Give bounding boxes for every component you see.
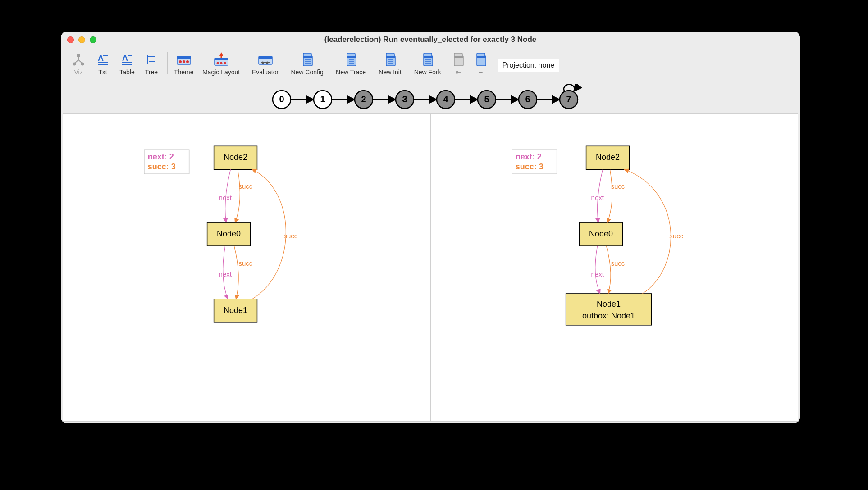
svg-text:succ: succ xyxy=(611,259,625,267)
nav-back-label: ⇤ xyxy=(456,68,461,76)
trace-state-3[interactable]: 3 xyxy=(396,91,414,109)
new-fork-label: New Fork xyxy=(414,68,441,76)
projection-selector[interactable]: Projection: none xyxy=(498,59,560,72)
nav-back-button[interactable]: ⇤ xyxy=(447,50,470,79)
svg-rect-47 xyxy=(424,56,433,58)
svg-text:succ: succ xyxy=(239,259,253,267)
node-node0-label: Node0 xyxy=(217,229,241,238)
projection-label: Projection: none xyxy=(503,61,555,69)
txt-button[interactable]: A Txt xyxy=(91,50,115,79)
svg-point-34 xyxy=(266,62,268,64)
trace-state-0[interactable]: 0 xyxy=(273,91,291,109)
svg-rect-39 xyxy=(347,56,356,58)
panes: next: 2 succ: 3 Node2 Node0 Node1 next s… xyxy=(61,113,800,423)
new-config-label: New Config xyxy=(291,68,323,76)
svg-rect-31 xyxy=(259,56,272,59)
svg-text:next: next xyxy=(591,270,604,278)
node-node1-outbox: outbox: Node1 xyxy=(582,311,635,320)
evaluator-button[interactable]: Evaluator xyxy=(246,50,285,79)
zoom-button[interactable] xyxy=(90,36,96,43)
svg-rect-20 xyxy=(177,56,191,59)
svg-rect-35 xyxy=(303,56,312,58)
svg-rect-43 xyxy=(386,56,395,58)
viz-label: Viz xyxy=(74,68,82,76)
trace-state-5[interactable]: 5 xyxy=(478,91,496,109)
new-trace-icon xyxy=(344,51,358,68)
trace-state-2[interactable]: 2 xyxy=(355,91,373,109)
node-node1-label: Node1 xyxy=(597,299,621,309)
svg-point-27 xyxy=(216,62,219,64)
minimize-button[interactable] xyxy=(78,36,85,43)
toolbar: Viz A Txt A Tabl xyxy=(61,48,800,82)
svg-point-29 xyxy=(224,62,226,64)
close-button[interactable] xyxy=(67,36,74,43)
svg-text:next: next xyxy=(591,194,604,201)
svg-text:succ: succ xyxy=(611,182,625,190)
svg-text:7: 7 xyxy=(566,94,571,104)
svg-rect-24 xyxy=(220,55,222,58)
left-pane[interactable]: next: 2 succ: 3 Node2 Node0 Node1 next s… xyxy=(63,113,430,422)
trace-svg: 0 1 2 3 4 xyxy=(268,84,593,111)
txt-label: Txt xyxy=(98,68,107,76)
theme-button[interactable]: Theme xyxy=(171,50,196,79)
svg-text:succ: succ xyxy=(669,232,683,240)
node-node1[interactable] xyxy=(566,294,652,325)
window-controls xyxy=(67,36,96,43)
svg-point-4 xyxy=(73,63,76,66)
svg-text:A: A xyxy=(98,54,104,63)
magic-layout-button[interactable]: Magic Layout xyxy=(196,50,246,79)
new-config-button[interactable]: New Config xyxy=(285,50,330,79)
svg-rect-26 xyxy=(215,58,228,60)
new-init-icon xyxy=(384,51,397,68)
tree-button[interactable]: Tree xyxy=(139,50,164,79)
svg-rect-51 xyxy=(454,56,463,58)
table-label: Table xyxy=(119,68,134,76)
new-fork-icon xyxy=(421,51,434,68)
node-node2-label: Node2 xyxy=(224,153,247,162)
right-pane[interactable]: next: 2 succ: 3 Node2 Node0 Node1 outbox… xyxy=(430,113,798,422)
txt-icon: A xyxy=(96,51,110,68)
svg-text:5: 5 xyxy=(484,94,489,104)
trace-state-6[interactable]: 6 xyxy=(519,91,537,109)
svg-text:3: 3 xyxy=(402,94,407,104)
trace-state-4[interactable]: 4 xyxy=(437,91,455,109)
node-node1-label: Node1 xyxy=(224,306,247,315)
viz-button[interactable]: Viz xyxy=(66,50,91,79)
table-button[interactable]: A Table xyxy=(115,50,139,79)
new-trace-label: New Trace xyxy=(336,68,366,76)
svg-point-5 xyxy=(81,63,84,66)
trace-bar: 0 1 2 3 4 xyxy=(61,82,800,113)
viz-icon xyxy=(72,51,85,68)
new-trace-button[interactable]: New Trace xyxy=(330,50,372,79)
scroll-back-icon xyxy=(452,51,465,68)
svg-point-21 xyxy=(179,60,182,63)
svg-text:4: 4 xyxy=(443,94,448,104)
new-init-button[interactable]: New Init xyxy=(372,50,408,79)
svg-text:A: A xyxy=(122,54,128,63)
legend-succ: succ: 3 xyxy=(516,162,544,171)
svg-text:6: 6 xyxy=(525,94,530,104)
trace-state-1[interactable]: 1 xyxy=(314,91,332,109)
svg-text:1: 1 xyxy=(320,94,325,104)
svg-point-22 xyxy=(183,60,185,63)
toolbar-separator xyxy=(167,52,168,74)
svg-text:succ: succ xyxy=(239,182,253,190)
theme-icon xyxy=(176,51,192,68)
left-graph: next: 2 succ: 3 Node2 Node0 Node1 next s… xyxy=(63,114,430,421)
svg-text:next: next xyxy=(219,270,232,278)
node-node0-label: Node0 xyxy=(589,229,613,238)
window-title: (leaderelection) Run eventually_elected … xyxy=(61,35,800,44)
svg-text:succ: succ xyxy=(283,232,297,240)
scroll-fwd-icon xyxy=(474,51,488,68)
new-fork-button[interactable]: New Fork xyxy=(408,50,447,79)
window: (leaderelection) Run eventually_elected … xyxy=(61,32,800,423)
tree-icon xyxy=(145,51,158,68)
trace-state-7[interactable]: 7 xyxy=(560,91,578,109)
right-graph: next: 2 succ: 3 Node2 Node0 Node1 outbox… xyxy=(431,114,798,421)
tree-label: Tree xyxy=(145,68,158,76)
svg-point-28 xyxy=(220,62,222,64)
svg-rect-52 xyxy=(477,56,486,58)
new-config-icon xyxy=(301,51,314,68)
new-init-label: New Init xyxy=(379,68,402,76)
nav-fwd-button[interactable]: → xyxy=(470,50,492,79)
